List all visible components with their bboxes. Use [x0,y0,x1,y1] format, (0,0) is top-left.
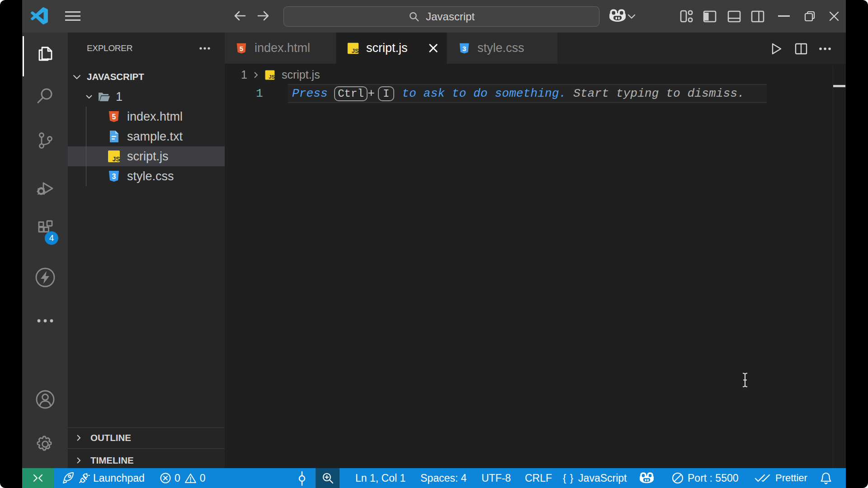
svg-text:JS: JS [269,74,275,80]
svg-text:JS: JS [112,155,120,163]
svg-text:5: 5 [240,44,243,52]
svg-text:JS: JS [352,47,359,54]
svg-text:3: 3 [112,173,116,180]
svg-text:3: 3 [462,44,466,52]
svg-text:5: 5 [112,113,116,121]
